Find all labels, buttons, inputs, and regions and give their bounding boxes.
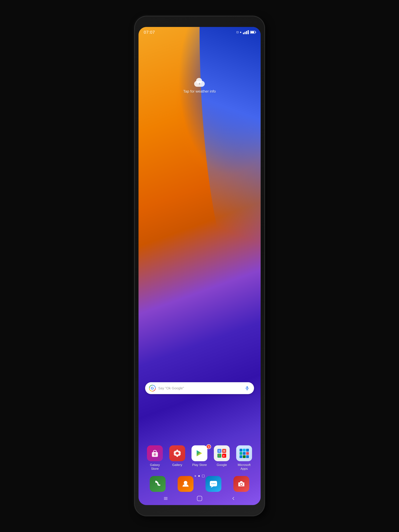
- background-swirl-2: [200, 27, 261, 314]
- status-extra-icons: ⊡ ●: [236, 31, 241, 34]
- signal-bar-1: [243, 33, 244, 34]
- cloud-add-icon: +: [193, 78, 205, 87]
- google-search-bar[interactable]: G Say "Ok Google": [145, 382, 254, 394]
- gallery-icon: [169, 445, 185, 461]
- svg-rect-28: [246, 455, 249, 458]
- svg-rect-20: [240, 449, 242, 452]
- weather-icon-container: +: [193, 77, 206, 88]
- svg-rect-27: [243, 455, 246, 458]
- galaxy-store-icon: [147, 445, 163, 461]
- screen-record-icon: ⊡: [236, 31, 239, 34]
- svg-text:📍: 📍: [218, 455, 221, 457]
- nav-bar: [139, 492, 261, 505]
- play-store-icon: [192, 445, 207, 461]
- screen-content: 07:07 ⊡ ●: [139, 27, 261, 505]
- phone-device: 07:07 ⊡ ●: [135, 16, 264, 516]
- svg-point-33: [214, 483, 215, 484]
- svg-rect-0: [246, 386, 248, 389]
- svg-rect-39: [197, 496, 202, 501]
- phone-screen: 07:07 ⊡ ●: [139, 27, 261, 505]
- nav-home-button[interactable]: [197, 495, 202, 501]
- dock-contacts-icon[interactable]: [178, 476, 193, 492]
- dock-messages-icon[interactable]: [206, 476, 221, 492]
- signal-bar-3: [246, 31, 247, 34]
- weather-label: Tap for weather info: [183, 89, 216, 94]
- svg-rect-25: [246, 452, 249, 455]
- gallery-label: Gallery: [172, 463, 182, 467]
- google-label: Google: [217, 463, 227, 467]
- wifi-icon: ●: [240, 31, 241, 34]
- svg-rect-21: [243, 449, 246, 452]
- battery-icon: [250, 31, 255, 34]
- search-placeholder: Say "Ok Google": [158, 386, 242, 390]
- google-logo: G: [149, 385, 156, 392]
- mic-icon[interactable]: [244, 385, 250, 391]
- galaxy-store-label: GalaxyStore: [150, 463, 160, 471]
- app-google[interactable]: G M 📍 ▶ Google: [211, 445, 232, 467]
- status-bar: 07:07 ⊡ ●: [139, 27, 261, 38]
- dock-phone-icon[interactable]: [150, 476, 166, 492]
- svg-rect-22: [246, 449, 249, 452]
- app-grid: GalaxyStore: [144, 445, 255, 471]
- dock-camera-icon[interactable]: [233, 476, 249, 492]
- signal-bar-4: [248, 30, 249, 34]
- svg-text:▶: ▶: [223, 455, 225, 457]
- signal-bar-2: [245, 32, 245, 34]
- svg-text:M: M: [223, 450, 225, 452]
- dock: [144, 476, 255, 492]
- nav-back-button[interactable]: [231, 496, 236, 501]
- play-store-label: Play Store: [192, 463, 207, 467]
- svg-point-11: [176, 452, 179, 455]
- microsoft-apps-icon: [236, 445, 252, 461]
- app-play-store[interactable]: 1 Play Store: [189, 445, 210, 467]
- app-microsoft-apps[interactable]: MicrosoftApps: [233, 445, 255, 471]
- svg-point-31: [212, 483, 212, 484]
- google-icon: G M 📍 ▶: [214, 445, 230, 461]
- microsoft-apps-label: MicrosoftApps: [238, 463, 251, 471]
- status-time: 07:07: [144, 30, 155, 35]
- weather-widget[interactable]: + Tap for weather info: [183, 77, 216, 94]
- svg-rect-26: [240, 455, 242, 458]
- svg-point-35: [240, 483, 242, 485]
- svg-point-29: [184, 481, 187, 484]
- svg-rect-24: [243, 452, 246, 455]
- google-g-letter: G: [151, 386, 154, 390]
- cloud-plus-symbol: +: [198, 82, 200, 86]
- nav-recents-button[interactable]: [163, 496, 168, 501]
- background-swirl-1: [139, 27, 261, 290]
- svg-point-32: [213, 483, 214, 484]
- svg-text:G: G: [219, 450, 220, 452]
- cloud-body: +: [194, 81, 205, 87]
- play-store-badge: 1: [206, 444, 211, 449]
- app-gallery[interactable]: Gallery: [167, 445, 188, 467]
- status-icons: ⊡ ●: [236, 30, 255, 34]
- svg-rect-23: [240, 452, 242, 455]
- signal-bars-icon: [243, 30, 249, 34]
- battery-fill: [251, 31, 254, 33]
- app-galaxy-store[interactable]: GalaxyStore: [144, 445, 166, 471]
